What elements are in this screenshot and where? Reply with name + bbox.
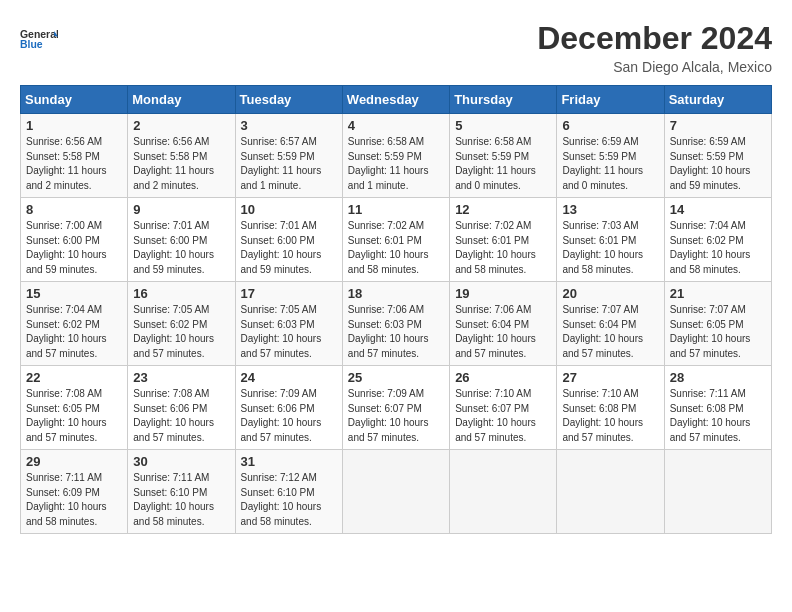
day-info: Sunrise: 6:56 AM Sunset: 5:58 PM Dayligh… <box>133 135 229 193</box>
day-number: 3 <box>241 118 337 133</box>
day-number: 15 <box>26 286 122 301</box>
day-info: Sunrise: 6:59 AM Sunset: 5:59 PM Dayligh… <box>670 135 766 193</box>
day-info: Sunrise: 6:58 AM Sunset: 5:59 PM Dayligh… <box>348 135 444 193</box>
day-info: Sunrise: 6:58 AM Sunset: 5:59 PM Dayligh… <box>455 135 551 193</box>
day-number: 27 <box>562 370 658 385</box>
week-row-5: 29 Sunrise: 7:11 AM Sunset: 6:09 PM Dayl… <box>21 450 772 534</box>
day-info: Sunrise: 7:09 AM Sunset: 6:07 PM Dayligh… <box>348 387 444 445</box>
calendar-cell <box>450 450 557 534</box>
calendar-cell: 11 Sunrise: 7:02 AM Sunset: 6:01 PM Dayl… <box>342 198 449 282</box>
day-number: 6 <box>562 118 658 133</box>
day-number: 8 <box>26 202 122 217</box>
day-info: Sunrise: 7:04 AM Sunset: 6:02 PM Dayligh… <box>26 303 122 361</box>
calendar-cell: 19 Sunrise: 7:06 AM Sunset: 6:04 PM Dayl… <box>450 282 557 366</box>
day-info: Sunrise: 7:07 AM Sunset: 6:05 PM Dayligh… <box>670 303 766 361</box>
calendar-cell: 8 Sunrise: 7:00 AM Sunset: 6:00 PM Dayli… <box>21 198 128 282</box>
day-info: Sunrise: 7:11 AM Sunset: 6:09 PM Dayligh… <box>26 471 122 529</box>
day-info: Sunrise: 6:57 AM Sunset: 5:59 PM Dayligh… <box>241 135 337 193</box>
day-info: Sunrise: 7:05 AM Sunset: 6:02 PM Dayligh… <box>133 303 229 361</box>
calendar-cell: 24 Sunrise: 7:09 AM Sunset: 6:06 PM Dayl… <box>235 366 342 450</box>
calendar-cell: 25 Sunrise: 7:09 AM Sunset: 6:07 PM Dayl… <box>342 366 449 450</box>
day-info: Sunrise: 7:00 AM Sunset: 6:00 PM Dayligh… <box>26 219 122 277</box>
calendar-cell: 5 Sunrise: 6:58 AM Sunset: 5:59 PM Dayli… <box>450 114 557 198</box>
calendar-cell: 6 Sunrise: 6:59 AM Sunset: 5:59 PM Dayli… <box>557 114 664 198</box>
weekday-header-row: SundayMondayTuesdayWednesdayThursdayFrid… <box>21 86 772 114</box>
calendar-cell: 9 Sunrise: 7:01 AM Sunset: 6:00 PM Dayli… <box>128 198 235 282</box>
day-number: 12 <box>455 202 551 217</box>
day-info: Sunrise: 7:02 AM Sunset: 6:01 PM Dayligh… <box>348 219 444 277</box>
calendar-cell: 30 Sunrise: 7:11 AM Sunset: 6:10 PM Dayl… <box>128 450 235 534</box>
day-info: Sunrise: 6:56 AM Sunset: 5:58 PM Dayligh… <box>26 135 122 193</box>
day-number: 7 <box>670 118 766 133</box>
day-number: 25 <box>348 370 444 385</box>
day-info: Sunrise: 7:11 AM Sunset: 6:08 PM Dayligh… <box>670 387 766 445</box>
day-number: 21 <box>670 286 766 301</box>
day-number: 30 <box>133 454 229 469</box>
day-number: 2 <box>133 118 229 133</box>
calendar-cell: 22 Sunrise: 7:08 AM Sunset: 6:05 PM Dayl… <box>21 366 128 450</box>
week-row-2: 8 Sunrise: 7:00 AM Sunset: 6:00 PM Dayli… <box>21 198 772 282</box>
calendar-cell: 20 Sunrise: 7:07 AM Sunset: 6:04 PM Dayl… <box>557 282 664 366</box>
day-number: 13 <box>562 202 658 217</box>
day-number: 29 <box>26 454 122 469</box>
day-info: Sunrise: 7:09 AM Sunset: 6:06 PM Dayligh… <box>241 387 337 445</box>
weekday-header-wednesday: Wednesday <box>342 86 449 114</box>
day-number: 20 <box>562 286 658 301</box>
day-number: 14 <box>670 202 766 217</box>
svg-text:Blue: Blue <box>20 39 43 50</box>
calendar-cell <box>342 450 449 534</box>
calendar-cell: 10 Sunrise: 7:01 AM Sunset: 6:00 PM Dayl… <box>235 198 342 282</box>
day-info: Sunrise: 7:05 AM Sunset: 6:03 PM Dayligh… <box>241 303 337 361</box>
day-info: Sunrise: 7:06 AM Sunset: 6:04 PM Dayligh… <box>455 303 551 361</box>
day-info: Sunrise: 7:07 AM Sunset: 6:04 PM Dayligh… <box>562 303 658 361</box>
calendar-cell: 4 Sunrise: 6:58 AM Sunset: 5:59 PM Dayli… <box>342 114 449 198</box>
day-info: Sunrise: 7:02 AM Sunset: 6:01 PM Dayligh… <box>455 219 551 277</box>
calendar-cell <box>664 450 771 534</box>
day-number: 23 <box>133 370 229 385</box>
week-row-4: 22 Sunrise: 7:08 AM Sunset: 6:05 PM Dayl… <box>21 366 772 450</box>
calendar-cell: 16 Sunrise: 7:05 AM Sunset: 6:02 PM Dayl… <box>128 282 235 366</box>
calendar-cell: 7 Sunrise: 6:59 AM Sunset: 5:59 PM Dayli… <box>664 114 771 198</box>
day-info: Sunrise: 7:04 AM Sunset: 6:02 PM Dayligh… <box>670 219 766 277</box>
day-number: 16 <box>133 286 229 301</box>
day-info: Sunrise: 7:11 AM Sunset: 6:10 PM Dayligh… <box>133 471 229 529</box>
calendar-cell: 3 Sunrise: 6:57 AM Sunset: 5:59 PM Dayli… <box>235 114 342 198</box>
day-info: Sunrise: 7:03 AM Sunset: 6:01 PM Dayligh… <box>562 219 658 277</box>
day-number: 31 <box>241 454 337 469</box>
day-number: 11 <box>348 202 444 217</box>
week-row-3: 15 Sunrise: 7:04 AM Sunset: 6:02 PM Dayl… <box>21 282 772 366</box>
day-info: Sunrise: 7:06 AM Sunset: 6:03 PM Dayligh… <box>348 303 444 361</box>
day-number: 1 <box>26 118 122 133</box>
calendar-cell <box>557 450 664 534</box>
day-number: 17 <box>241 286 337 301</box>
calendar-cell: 28 Sunrise: 7:11 AM Sunset: 6:08 PM Dayl… <box>664 366 771 450</box>
day-number: 24 <box>241 370 337 385</box>
week-row-1: 1 Sunrise: 6:56 AM Sunset: 5:58 PM Dayli… <box>21 114 772 198</box>
svg-text:General: General <box>20 29 58 40</box>
weekday-header-friday: Friday <box>557 86 664 114</box>
calendar-cell: 29 Sunrise: 7:11 AM Sunset: 6:09 PM Dayl… <box>21 450 128 534</box>
day-number: 28 <box>670 370 766 385</box>
day-number: 5 <box>455 118 551 133</box>
calendar-cell: 26 Sunrise: 7:10 AM Sunset: 6:07 PM Dayl… <box>450 366 557 450</box>
day-number: 10 <box>241 202 337 217</box>
calendar-cell: 31 Sunrise: 7:12 AM Sunset: 6:10 PM Dayl… <box>235 450 342 534</box>
day-info: Sunrise: 7:01 AM Sunset: 6:00 PM Dayligh… <box>241 219 337 277</box>
weekday-header-saturday: Saturday <box>664 86 771 114</box>
weekday-header-monday: Monday <box>128 86 235 114</box>
logo: General Blue <box>20 20 58 58</box>
day-number: 22 <box>26 370 122 385</box>
calendar-cell: 12 Sunrise: 7:02 AM Sunset: 6:01 PM Dayl… <box>450 198 557 282</box>
weekday-header-thursday: Thursday <box>450 86 557 114</box>
weekday-header-tuesday: Tuesday <box>235 86 342 114</box>
day-number: 9 <box>133 202 229 217</box>
calendar-cell: 27 Sunrise: 7:10 AM Sunset: 6:08 PM Dayl… <box>557 366 664 450</box>
calendar-cell: 23 Sunrise: 7:08 AM Sunset: 6:06 PM Dayl… <box>128 366 235 450</box>
page-header: General Blue December 2024 San Diego Alc… <box>20 20 772 75</box>
calendar-cell: 2 Sunrise: 6:56 AM Sunset: 5:58 PM Dayli… <box>128 114 235 198</box>
day-number: 19 <box>455 286 551 301</box>
day-info: Sunrise: 7:10 AM Sunset: 6:08 PM Dayligh… <box>562 387 658 445</box>
day-info: Sunrise: 7:12 AM Sunset: 6:10 PM Dayligh… <box>241 471 337 529</box>
calendar-cell: 18 Sunrise: 7:06 AM Sunset: 6:03 PM Dayl… <box>342 282 449 366</box>
day-info: Sunrise: 7:08 AM Sunset: 6:06 PM Dayligh… <box>133 387 229 445</box>
